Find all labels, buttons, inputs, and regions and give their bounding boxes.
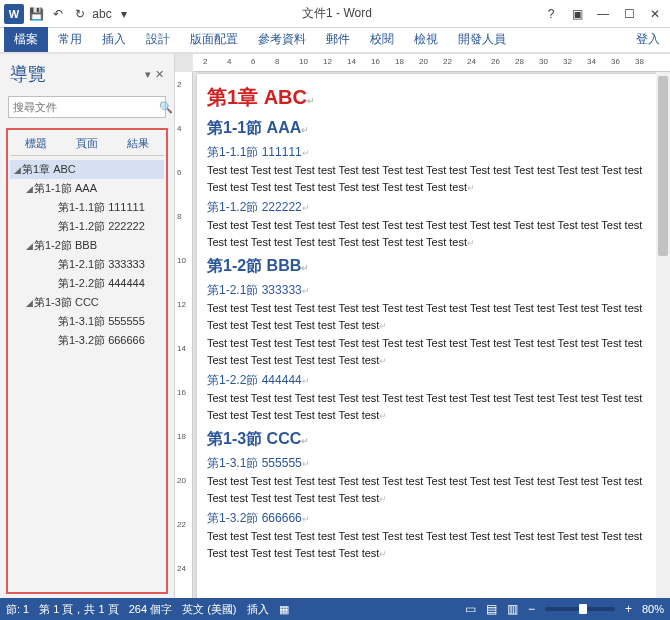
outline-item[interactable]: 第1-2.2節 444444: [10, 274, 164, 293]
main-area: 導覽 ▾ ✕ 🔍 標題 頁面 結果 ◢第1章 ABC◢第1-1節 AAA第1-1…: [0, 54, 670, 598]
spellcheck-icon[interactable]: abc: [92, 4, 112, 24]
nav-close-icon[interactable]: ✕: [155, 68, 164, 81]
status-insert-mode[interactable]: 插入: [247, 602, 269, 617]
view-web-icon[interactable]: ▥: [507, 602, 518, 616]
outline-item-label: 第1-1.1節 111111: [58, 200, 145, 215]
zoom-knob[interactable]: [579, 604, 587, 614]
nav-menu-icon[interactable]: ▾: [145, 68, 151, 81]
heading-1-2-2: 第1-2.2節 444444↵: [207, 371, 646, 389]
tab-references[interactable]: 參考資料: [248, 27, 316, 52]
outline-item[interactable]: 第1-1.1節 111111: [10, 198, 164, 217]
quick-access-toolbar: W 💾 ↶ ↻ abc ▾: [4, 4, 134, 24]
nav-tab-pages[interactable]: 頁面: [61, 132, 112, 155]
navigation-pane: 導覽 ▾ ✕ 🔍 標題 頁面 結果 ◢第1章 ABC◢第1-1節 AAA第1-1…: [0, 54, 175, 598]
tab-view[interactable]: 檢視: [404, 27, 448, 52]
title-bar: W 💾 ↶ ↻ abc ▾ 文件1 - Word ? ▣ — ☐ ✕: [0, 0, 670, 28]
outline-item-label: 第1章 ABC: [22, 162, 76, 177]
search-input[interactable]: [9, 101, 155, 113]
heading-1-3: 第1-3節 CCC↵: [207, 427, 646, 451]
outline-item[interactable]: 第1-3.1節 555555: [10, 312, 164, 331]
outline-item-label: 第1-2.1節 333333: [58, 257, 145, 272]
outline-item[interactable]: ◢第1-2節 BBB: [10, 236, 164, 255]
tree-twisty-icon[interactable]: ◢: [24, 184, 34, 194]
para: Test test Test test Test test Test test …: [207, 390, 646, 423]
outline-item-label: 第1-3節 CCC: [34, 295, 99, 310]
view-print-icon[interactable]: ▤: [486, 602, 497, 616]
close-icon[interactable]: ✕: [644, 7, 666, 21]
nav-outline-box: 標題 頁面 結果 ◢第1章 ABC◢第1-1節 AAA第1-1.1節 11111…: [6, 128, 168, 594]
save-icon[interactable]: 💾: [26, 4, 46, 24]
nav-tabs: 標題 頁面 結果: [10, 132, 164, 156]
ribbon: 檔案 常用 插入 設計 版面配置 參考資料 郵件 校閱 檢視 開發人員 登入: [0, 28, 670, 54]
heading-1-1: 第1-1節 AAA↵: [207, 116, 646, 140]
outline-item[interactable]: 第1-3.2節 666666: [10, 331, 164, 350]
status-language[interactable]: 英文 (美國): [182, 602, 236, 617]
tab-developer[interactable]: 開發人員: [448, 27, 516, 52]
outline-item-label: 第1-3.1節 555555: [58, 314, 145, 329]
document-area: 2468101214161820222426283032343638 24681…: [175, 54, 670, 598]
para: Test test Test test Test test Test test …: [207, 335, 646, 368]
zoom-out-icon[interactable]: −: [528, 602, 535, 616]
outline-item[interactable]: 第1-2.1節 333333: [10, 255, 164, 274]
minimize-icon[interactable]: —: [592, 7, 614, 21]
scrollbar-vertical[interactable]: [656, 72, 670, 598]
tab-design[interactable]: 設計: [136, 27, 180, 52]
view-read-icon[interactable]: ▭: [465, 602, 476, 616]
outline-tree: ◢第1章 ABC◢第1-1節 AAA第1-1.1節 111111第1-1.2節 …: [10, 160, 164, 350]
search-icon[interactable]: 🔍: [155, 101, 177, 114]
nav-tab-results[interactable]: 結果: [113, 132, 164, 155]
para: Test test Test test Test test Test test …: [207, 528, 646, 561]
outline-item-label: 第1-3.2節 666666: [58, 333, 145, 348]
ruler-horizontal[interactable]: 2468101214161820222426283032343638: [193, 54, 670, 72]
help-icon[interactable]: ?: [540, 7, 562, 21]
heading-1-3-2: 第1-3.2節 666666↵: [207, 509, 646, 527]
outline-item-label: 第1-2節 BBB: [34, 238, 97, 253]
tree-twisty-icon[interactable]: ◢: [12, 165, 22, 175]
status-bar: 節: 1 第 1 頁，共 1 頁 264 個字 英文 (美國) 插入 ▦ ▭ ▤…: [0, 598, 670, 620]
tab-layout[interactable]: 版面配置: [180, 27, 248, 52]
heading-1-2-1: 第1-2.1節 333333↵: [207, 281, 646, 299]
word-icon[interactable]: W: [4, 4, 24, 24]
outline-item[interactable]: ◢第1章 ABC: [10, 160, 164, 179]
tab-home[interactable]: 常用: [48, 27, 92, 52]
tab-review[interactable]: 校閱: [360, 27, 404, 52]
heading-1-3-1: 第1-3.1節 555555↵: [207, 454, 646, 472]
ribbon-display-icon[interactable]: ▣: [566, 7, 588, 21]
heading-1-2: 第1-2節 BBB↵: [207, 254, 646, 278]
redo-icon[interactable]: ↻: [70, 4, 90, 24]
nav-tab-headings[interactable]: 標題: [10, 132, 61, 155]
nav-search[interactable]: 🔍: [8, 96, 166, 118]
ruler-vertical[interactable]: 24681012141618202224: [175, 72, 193, 598]
zoom-slider[interactable]: [545, 607, 615, 611]
zoom-percent[interactable]: 80%: [642, 603, 664, 615]
status-word-count[interactable]: 264 個字: [129, 602, 172, 617]
tab-insert[interactable]: 插入: [92, 27, 136, 52]
heading-1-1-2: 第1-1.2節 222222↵: [207, 198, 646, 216]
heading-ch1: 第1章 ABC↵: [207, 82, 646, 112]
outline-item[interactable]: 第1-1.2節 222222: [10, 217, 164, 236]
tab-file[interactable]: 檔案: [4, 27, 48, 52]
qat-dropdown-icon[interactable]: ▾: [114, 4, 134, 24]
tab-mailings[interactable]: 郵件: [316, 27, 360, 52]
macro-icon[interactable]: ▦: [279, 603, 289, 616]
page[interactable]: 第1章 ABC↵ 第1-1節 AAA↵ 第1-1.1節 111111↵ Test…: [197, 74, 656, 598]
outline-item-label: 第1-1.2節 222222: [58, 219, 145, 234]
signin-link[interactable]: 登入: [630, 27, 666, 52]
outline-item-label: 第1-1節 AAA: [34, 181, 97, 196]
para: Test test Test test Test test Test test …: [207, 162, 646, 195]
outline-item[interactable]: ◢第1-3節 CCC: [10, 293, 164, 312]
scrollbar-thumb[interactable]: [658, 76, 668, 256]
para: Test test Test test Test test Test test …: [207, 300, 646, 333]
nav-title: 導覽: [10, 62, 46, 86]
window-title: 文件1 - Word: [134, 5, 540, 22]
outline-item[interactable]: ◢第1-1節 AAA: [10, 179, 164, 198]
maximize-icon[interactable]: ☐: [618, 7, 640, 21]
tree-twisty-icon[interactable]: ◢: [24, 298, 34, 308]
status-section[interactable]: 節: 1: [6, 602, 29, 617]
tree-twisty-icon[interactable]: ◢: [24, 241, 34, 251]
undo-icon[interactable]: ↶: [48, 4, 68, 24]
heading-1-1-1: 第1-1.1節 111111↵: [207, 143, 646, 161]
nav-header: 導覽 ▾ ✕: [0, 54, 174, 90]
zoom-in-icon[interactable]: +: [625, 602, 632, 616]
status-page[interactable]: 第 1 頁，共 1 頁: [39, 602, 118, 617]
